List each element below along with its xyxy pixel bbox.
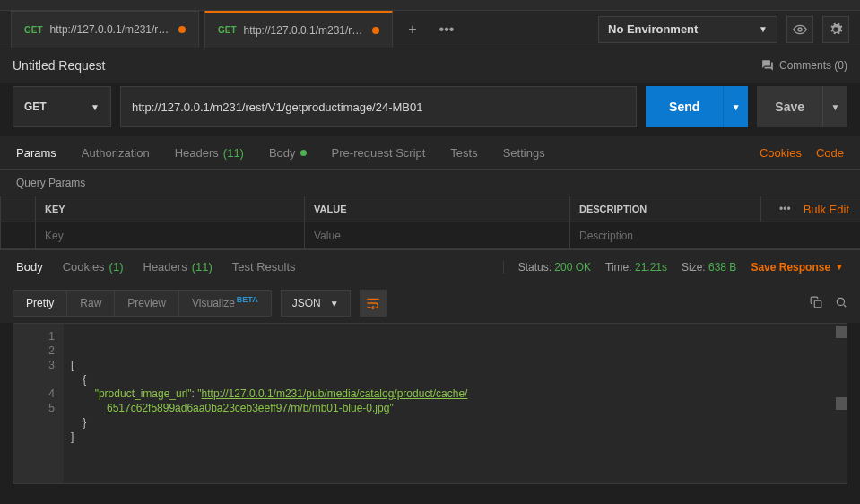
tab-params[interactable]: Params bbox=[16, 146, 56, 160]
dot-icon bbox=[300, 150, 307, 156]
content-type-select[interactable]: JSON ▼ bbox=[281, 290, 351, 317]
tab-prerequest[interactable]: Pre-request Script bbox=[332, 146, 426, 160]
cookies-link[interactable]: Cookies bbox=[760, 146, 802, 160]
request-tab-1[interactable]: GET http://127.0.0.1/m231/rest/V1/... bbox=[204, 11, 393, 48]
tab-bar: GET http://127.0.0.1/m231/rest/V1/... GE… bbox=[0, 11, 860, 48]
tab-overflow-button[interactable]: ••• bbox=[432, 11, 461, 48]
environment-select[interactable]: No Environment ▼ bbox=[598, 16, 777, 43]
col-key: KEY bbox=[36, 196, 305, 222]
scroll-handle-bottom[interactable] bbox=[836, 397, 847, 410]
tab-title: http://127.0.0.1/m231/rest/V1/... bbox=[244, 24, 365, 37]
send-dropdown-button[interactable]: ▼ bbox=[723, 86, 748, 127]
gear-icon bbox=[829, 22, 843, 37]
view-raw[interactable]: Raw bbox=[67, 291, 115, 316]
status-label: Status: bbox=[518, 261, 552, 274]
code-text[interactable]: [ { "product_image_url": "http://127.0.0… bbox=[64, 324, 847, 483]
params-table-header: KEY VALUE DESCRIPTION ••• Bulk Edit bbox=[0, 196, 860, 222]
tab-settings[interactable]: Settings bbox=[503, 146, 545, 160]
unsaved-dot-icon bbox=[372, 27, 379, 34]
more-icon[interactable]: ••• bbox=[779, 203, 791, 215]
value-input[interactable]: Value bbox=[314, 230, 341, 242]
environment-value: No Environment bbox=[608, 22, 698, 36]
environment-preview-button[interactable] bbox=[786, 16, 813, 43]
request-title: Untitled Request bbox=[13, 58, 106, 73]
resp-tab-headers[interactable]: Headers (11) bbox=[143, 260, 213, 274]
comments-button[interactable]: Comments (0) bbox=[761, 59, 847, 72]
method-value: GET bbox=[24, 100, 47, 113]
bulk-edit-link[interactable]: Bulk Edit bbox=[804, 203, 849, 216]
copy-button[interactable] bbox=[810, 296, 822, 311]
svg-point-0 bbox=[798, 28, 802, 31]
url-input[interactable] bbox=[120, 86, 637, 127]
comment-icon bbox=[761, 59, 774, 72]
view-visualize[interactable]: VisualizeBETA bbox=[179, 291, 271, 316]
chevron-down-icon: ▼ bbox=[759, 24, 768, 34]
comments-label: Comments (0) bbox=[779, 59, 847, 72]
time-label: Time: bbox=[605, 261, 632, 274]
tab-title: http://127.0.0.1/m231/rest/V1/... bbox=[50, 23, 171, 36]
scroll-handle-top[interactable] bbox=[836, 326, 847, 338]
view-pretty[interactable]: Pretty bbox=[13, 291, 67, 316]
key-input[interactable]: Key bbox=[45, 230, 64, 242]
tab-tests[interactable]: Tests bbox=[450, 146, 477, 160]
search-icon bbox=[835, 296, 847, 308]
wrap-icon bbox=[366, 297, 380, 309]
tab-authorization[interactable]: Authorization bbox=[82, 146, 150, 160]
chevron-down-icon: ▼ bbox=[835, 262, 844, 272]
line-gutter: 1 2 3 4 5 bbox=[13, 324, 64, 483]
send-button[interactable]: Send bbox=[646, 86, 723, 127]
copy-icon bbox=[810, 296, 822, 308]
view-mode-group: Pretty Raw Preview VisualizeBETA bbox=[13, 290, 272, 317]
eye-icon bbox=[793, 22, 807, 37]
chevron-down-icon: ▼ bbox=[330, 299, 339, 308]
unsaved-dot-icon bbox=[178, 26, 186, 33]
query-params-title: Query Params bbox=[0, 170, 860, 196]
params-table-row: Key Value Description bbox=[0, 222, 860, 249]
chevron-down-icon: ▼ bbox=[91, 102, 100, 112]
method-select[interactable]: GET ▼ bbox=[13, 86, 111, 127]
request-subtabs: Params Authorization Headers(11) Body Pr… bbox=[0, 136, 860, 170]
new-tab-button[interactable]: + bbox=[398, 11, 427, 48]
save-dropdown-button[interactable]: ▼ bbox=[822, 86, 847, 127]
wrap-lines-button[interactable] bbox=[360, 290, 387, 317]
url-row: GET ▼ Send ▼ Save ▼ bbox=[13, 86, 847, 127]
time-value: 21.21s bbox=[635, 261, 667, 274]
size-label: Size: bbox=[682, 261, 706, 274]
method-badge: GET bbox=[24, 25, 43, 35]
tab-headers[interactable]: Headers(11) bbox=[175, 146, 244, 160]
request-title-row: Untitled Request Comments (0) bbox=[0, 48, 860, 83]
chevron-down-icon: ▼ bbox=[831, 102, 840, 112]
search-button[interactable] bbox=[835, 296, 847, 311]
svg-rect-1 bbox=[814, 300, 821, 308]
code-link[interactable]: Code bbox=[816, 146, 844, 160]
response-view-row: Pretty Raw Preview VisualizeBETA JSON ▼ bbox=[0, 283, 860, 323]
status-value: 200 OK bbox=[554, 261, 591, 274]
response-body: 1 2 3 4 5 [ { "product_image_url": "http… bbox=[13, 323, 847, 484]
request-tab-0[interactable]: GET http://127.0.0.1/m231/rest/V1/... bbox=[11, 11, 199, 48]
resp-tab-test-results[interactable]: Test Results bbox=[232, 260, 296, 274]
col-desc: DESCRIPTION bbox=[570, 196, 761, 222]
resp-tab-body[interactable]: Body bbox=[16, 260, 43, 274]
response-tabs-row: Body Cookies (1) Headers (11) Test Resul… bbox=[0, 249, 860, 283]
view-preview[interactable]: Preview bbox=[115, 291, 179, 316]
save-button[interactable]: Save bbox=[757, 86, 822, 127]
method-badge: GET bbox=[218, 25, 237, 35]
svg-point-2 bbox=[837, 298, 844, 305]
beta-badge: BETA bbox=[237, 295, 258, 304]
size-value: 638 B bbox=[708, 261, 736, 274]
col-value: VALUE bbox=[305, 196, 570, 222]
window-top-strip bbox=[0, 0, 860, 11]
chevron-down-icon: ▼ bbox=[732, 102, 741, 112]
resp-tab-cookies[interactable]: Cookies (1) bbox=[63, 260, 124, 274]
tab-body[interactable]: Body bbox=[269, 146, 307, 160]
description-input[interactable]: Description bbox=[579, 230, 633, 242]
save-response-button[interactable]: Save Response ▼ bbox=[751, 261, 844, 274]
environment-settings-button[interactable] bbox=[822, 16, 849, 43]
